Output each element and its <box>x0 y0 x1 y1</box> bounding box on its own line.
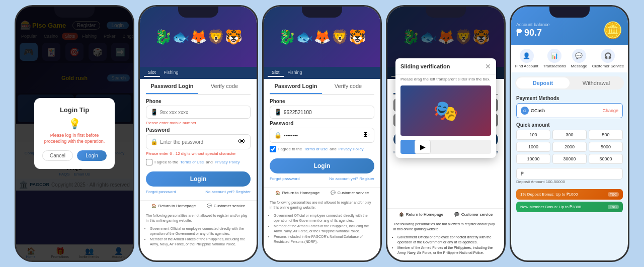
quick-amount-label: Quick amount <box>516 122 623 128</box>
game-sub-tabs-2: Slot Fishing <box>140 67 257 79</box>
password-input-2[interactable] <box>160 139 238 145</box>
slider-track[interactable]: ▶ <box>400 140 491 154</box>
login-tabs-2: Password Login Verify code <box>146 79 251 95</box>
terms-link-3[interactable]: Terms of Use <box>304 147 328 151</box>
phone-notch-2 <box>178 7 218 18</box>
slider-arrow-button[interactable]: ▶ <box>415 140 431 154</box>
eye-icon-3[interactable]: 👁 <box>362 131 370 140</box>
sliding-modal: Sliding verification ✕ Please drag the l… <box>395 58 496 158</box>
cs-icon-2: 💬 <box>207 204 212 208</box>
no-account-3: No account yet? Register <box>329 176 374 181</box>
password-login-tab-3[interactable]: Password Login <box>270 79 322 94</box>
phone-input-2[interactable] <box>160 110 246 115</box>
customer-service-2[interactable]: 💬 Customer service <box>207 204 245 208</box>
register-link-3[interactable]: Register <box>359 176 374 181</box>
forgot-link-2[interactable]: Forgot password <box>146 190 176 194</box>
agree-checkbox-3[interactable] <box>270 146 276 152</box>
password-login-tab-2[interactable]: Password Login <box>146 79 198 94</box>
close-sliding-button[interactable]: ✕ <box>485 62 491 70</box>
amount-1000[interactable]: 1000 <box>516 142 550 152</box>
message-icon: 💬 <box>572 49 586 63</box>
register-link-2[interactable]: Register <box>235 190 251 194</box>
amount-2000[interactable]: 2000 <box>552 142 587 152</box>
verify-code-tab-3[interactable]: Verify code <box>322 79 374 94</box>
bonus-banner-1: 1% Deposit Bonus: Up to ₱1000 T&C <box>516 189 623 200</box>
restriction-3-3: Persons included in the PAGCOR's Nationa… <box>274 234 374 245</box>
form-bottom-row-2: Forgot password No account yet? Register <box>146 190 251 194</box>
restriction-4-1: Government Official or employee connecte… <box>397 235 498 245</box>
phone-icon-3: 📱 <box>274 109 282 116</box>
payment-method-gcash[interactable]: G GCash Change <box>516 103 623 118</box>
bonus-tnc-2[interactable]: T&C <box>608 205 619 209</box>
login-tip-modal: Login Tip 💡 Please log in first before p… <box>34 98 115 169</box>
banner-chars-4: 🐉🐟🦊🦁🐯 <box>402 29 490 45</box>
agree-text-3: I agree to the <box>278 147 302 151</box>
sub-tab-slot-2[interactable]: Slot <box>144 69 160 77</box>
deposit-input-section: ₱ Deposit Amount 100-50000 <box>511 166 628 187</box>
home-nav-icon-2: 🏠 <box>151 204 156 208</box>
payment-methods-label: Payment Methods <box>516 96 623 101</box>
message-label: Message <box>571 64 587 68</box>
bonus-text-1: 1% Deposit Bonus: Up to ₱1000 <box>520 192 578 197</box>
account-actions: 👤 Find Account 📊 Transactions 💬 Message … <box>511 45 628 72</box>
change-link[interactable]: Change <box>602 108 618 113</box>
restriction-item-2-1: Government Official or employee connecte… <box>150 226 251 237</box>
phone-1: 🎰 Piso Game Register Login Popular Casin… <box>15 5 134 262</box>
amount-30000[interactable]: 30000 <box>552 154 587 164</box>
deposit-input-wrap: ₱ <box>516 168 623 180</box>
return-home-2[interactable]: 🏠 Return to Homepage <box>151 204 196 208</box>
login-tabs-3: Password Login Verify code <box>270 79 374 95</box>
return-home-3[interactable]: 🏠 Return to Homepage <box>275 191 319 195</box>
terms-link-2[interactable]: Terms of Use <box>180 160 204 164</box>
deposit-input-label: Deposit Amount 100-50000 <box>516 180 623 184</box>
find-account-icon: 👤 <box>520 49 534 63</box>
banner-chars: 🐉🐟🦊🦁🐯 <box>154 29 243 45</box>
amount-5000[interactable]: 5000 <box>589 142 623 152</box>
sliding-desc: Please drag the left transparent slider … <box>395 75 496 83</box>
verify-code-tab-2[interactable]: Verify code <box>198 79 251 94</box>
disclaimer-4: The following personalities are not allo… <box>387 220 504 234</box>
amount-50000[interactable]: 50000 <box>589 154 623 164</box>
restriction-3-2: Member of the Armed Forces of the Philip… <box>274 224 374 234</box>
transactions-icon: 📊 <box>547 49 561 63</box>
password-input-3[interactable] <box>284 133 362 138</box>
phone-2: 🐉🐟🦊🦁🐯 Slot Fishing Password Login Verify… <box>138 5 258 262</box>
deposit-tab[interactable]: Deposit <box>516 77 570 88</box>
withdrawal-tab[interactable]: Withdrawal <box>570 77 623 88</box>
modal-cancel-button[interactable]: Cancel <box>42 150 73 161</box>
phone-input-3[interactable] <box>284 110 370 115</box>
transactions-action[interactable]: 📊 Transactions <box>543 49 567 68</box>
customer-service-3[interactable]: 💬 Customer service <box>331 191 369 195</box>
amount-300[interactable]: 300 <box>552 130 587 140</box>
modal-icon: 💡 <box>42 118 107 130</box>
forgot-link-3[interactable]: Forgot password <box>270 176 300 181</box>
sub-tab-slot-3[interactable]: Slot <box>268 69 284 77</box>
phone-input-wrap-2: 📱 <box>146 106 251 119</box>
privacy-link-2[interactable]: Privacy Policy <box>215 160 240 164</box>
login-form-button-3[interactable]: Login <box>270 158 374 173</box>
amount-100[interactable]: 100 <box>516 130 550 140</box>
privacy-link-3[interactable]: Privacy Policy <box>339 147 364 151</box>
amount-10000[interactable]: 10000 <box>516 154 550 164</box>
customer-service-action[interactable]: 🎧 Customer Service <box>592 49 624 68</box>
password-input-wrap-2: 🔒 👁 <box>146 134 251 149</box>
phone-notch-4 <box>426 7 466 18</box>
eye-icon-2[interactable]: 👁 <box>238 137 246 146</box>
modal-login-button[interactable]: Login <box>77 150 107 161</box>
amount-500[interactable]: 500 <box>589 130 623 140</box>
sliding-title: Sliding verification <box>400 63 450 69</box>
amounts-grid: 100 300 500 1000 2000 5000 10000 30000 5… <box>516 130 623 164</box>
login-form-button-2[interactable]: Login <box>146 171 251 187</box>
message-action[interactable]: 💬 Message <box>571 49 587 68</box>
agree-row-3: I agree to the Terms of Use and Privacy … <box>270 146 374 152</box>
sub-tab-fishing-2[interactable]: Fishing <box>160 69 183 77</box>
agree-checkbox-2[interactable] <box>146 159 152 165</box>
balance-label: Account balance <box>516 22 550 27</box>
sub-tab-fishing-3[interactable]: Fishing <box>284 69 306 77</box>
find-account-action[interactable]: 👤 Find Account <box>515 49 538 68</box>
deposit-amount-input[interactable] <box>526 171 618 176</box>
balance-amount: ₱ 90.7 <box>516 27 550 38</box>
bonus-banner-2: New Member Bonus: Up to ₱3888 T&C <box>516 202 623 212</box>
bonus-tnc-1[interactable]: T&C <box>608 192 619 197</box>
modal-buttons: Cancel Login <box>42 150 107 161</box>
